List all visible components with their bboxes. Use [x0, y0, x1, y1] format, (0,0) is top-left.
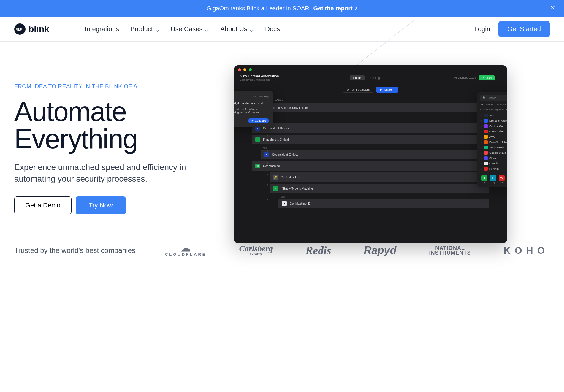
- integrations-tabs: All Utilities Subflows Custom Favorites: [480, 103, 507, 106]
- copilot-generate-button[interactable]: ⟳Generate: [248, 118, 269, 123]
- integration-row[interactable]: ☆AWS43: [480, 134, 507, 139]
- step-icon: fx: [273, 186, 278, 191]
- favorite-star-icon[interactable]: ☆: [480, 152, 482, 154]
- integ-tab-utilities[interactable]: Utilities: [486, 103, 494, 106]
- banner-link[interactable]: Get the report: [313, 5, 357, 12]
- control-block-button[interactable]: WWait: [499, 175, 505, 184]
- app-test-pills: ⚙Test parameters ▶Test Run: [234, 84, 507, 96]
- workflow-step[interactable]: ●Get Machine ID: [278, 199, 489, 208]
- chevron-down-icon: [205, 27, 209, 31]
- save-status: All changes saved: [454, 76, 476, 79]
- brand-name: blink: [28, 24, 49, 34]
- integration-logo-icon: [484, 130, 488, 133]
- integrations-footer-buttons: IIFLLoopWWaitSSwitchVVariable: [480, 175, 507, 184]
- control-block-icon: W: [499, 175, 505, 181]
- integration-row[interactable]: ☆Palo Alto Networks87: [480, 139, 507, 145]
- favorite-star-icon[interactable]: ☆: [480, 162, 482, 165]
- integration-row[interactable]: ☆GitHub26: [480, 161, 507, 166]
- integration-name: AWS: [489, 135, 495, 138]
- copilot-footer: ⊕ Learn More › ⟳Generate: [234, 118, 269, 123]
- try-now-button[interactable]: Try Now: [76, 196, 126, 214]
- integration-row[interactable]: ☆Crowdstrike45: [480, 129, 507, 134]
- get-started-button[interactable]: Get Started: [498, 21, 550, 37]
- app-title-block: New Untitled Automation Last saved 5 min…: [240, 74, 279, 81]
- step-number: 5: [267, 172, 268, 175]
- nav-about[interactable]: About Us: [220, 25, 254, 33]
- nav-usecases[interactable]: Use Cases: [171, 25, 209, 33]
- app-screenshot: New Untitled Automation Last saved 5 min…: [234, 65, 507, 243]
- test-run-button[interactable]: ▶Test Run: [376, 87, 398, 93]
- favorite-star-icon[interactable]: ☆: [480, 157, 482, 160]
- copilot-prompt: On a new alert in Sentinel, if the alert…: [234, 101, 269, 106]
- favorite-star-icon[interactable]: ☆: [480, 125, 482, 128]
- integ-tab-all[interactable]: All: [480, 103, 483, 106]
- tab-editor[interactable]: Editor: [350, 75, 365, 80]
- integration-row[interactable]: ☆Slack45: [480, 155, 507, 161]
- step-number: 3: [267, 150, 268, 153]
- workflow-step[interactable]: ●Get Incident Entities: [261, 150, 489, 159]
- nav-docs[interactable]: Docs: [265, 25, 280, 33]
- get-demo-button[interactable]: Get a Demo: [14, 196, 72, 214]
- national-instruments-logo: NATIONAL INSTRUMENTS: [429, 246, 471, 255]
- login-link[interactable]: Login: [474, 25, 490, 33]
- last-saved: Last saved 5 minutes ago: [240, 78, 279, 81]
- steps-label: STEPS: [252, 118, 489, 121]
- integration-row[interactable]: ☆Fortinet34: [480, 166, 507, 172]
- favorite-star-icon[interactable]: ☆: [480, 130, 482, 133]
- integration-row[interactable]: ☆Microsoft Azure3: [480, 118, 507, 123]
- step-icon: fx: [255, 164, 260, 168]
- control-block-button[interactable]: IIF: [481, 175, 487, 184]
- hero-title: Automate Everything: [14, 98, 186, 153]
- step-label: Get Entity Type: [281, 176, 301, 179]
- integrations-search[interactable]: 🔍 Search: [480, 95, 507, 101]
- brand-logo[interactable]: blink: [14, 23, 49, 35]
- test-parameters-button[interactable]: ⚙Test parameters: [343, 87, 373, 93]
- integration-logo-icon: [484, 156, 488, 160]
- favorite-star-icon[interactable]: ☆: [480, 114, 482, 117]
- search-icon: 🔍: [483, 96, 486, 99]
- chevron-down-icon: [250, 27, 254, 31]
- integ-group-label: Connected integrations ▾: [480, 108, 507, 111]
- close-icon: [550, 5, 556, 11]
- favorite-star-icon[interactable]: ☆: [480, 120, 482, 122]
- workflow-step[interactable]: ●Get Incident Details: [252, 123, 489, 133]
- workflow-step[interactable]: fxIf Incident is Critical: [252, 135, 489, 144]
- integration-row[interactable]: ☆SentinelOne43: [480, 123, 507, 129]
- publish-button[interactable]: Publish: [479, 75, 495, 80]
- editor-tabs: Editor Run Log: [350, 75, 384, 80]
- integration-logo-icon: [484, 140, 488, 144]
- trigger-row[interactable]: ◆ On Microsoft Sentinel New Incident: [252, 103, 489, 112]
- step-icon: ●: [264, 152, 269, 157]
- nav-integrations[interactable]: Integrations: [85, 25, 119, 33]
- integration-row[interactable]: ☆ServiceNow42: [480, 145, 507, 150]
- workflow-step[interactable]: 🔑Get Entity Type: [270, 172, 489, 182]
- more-menu-icon[interactable]: ⋮: [497, 75, 501, 80]
- tab-runlog[interactable]: Run Log: [365, 75, 384, 80]
- announcement-banner: GigaOm ranks Blink a Leader in SOAR. Get…: [0, 0, 564, 17]
- banner-close-button[interactable]: [550, 5, 556, 12]
- traffic-light-yellow: [243, 68, 246, 71]
- favorite-star-icon[interactable]: ☆: [480, 168, 482, 170]
- favorite-star-icon[interactable]: ☆: [480, 136, 482, 138]
- integ-tab-subflows[interactable]: Subflows: [497, 103, 506, 106]
- workflow-step[interactable]: fxGet Machine ID: [252, 161, 489, 171]
- redis-logo: Redis: [305, 244, 331, 257]
- control-block-button[interactable]: LLoop: [490, 175, 496, 184]
- integration-name: SentinelOne: [489, 125, 504, 128]
- workflow-canvas: TRIGGER: EVENT-BASED ◆ On Microsoft Sent…: [234, 96, 507, 213]
- control-block-icon: L: [490, 175, 496, 181]
- trigger-label: TRIGGER: EVENT-BASED: [252, 99, 489, 101]
- nav-product[interactable]: Product: [130, 25, 159, 33]
- integration-row[interactable]: ☆Google Cloud9: [480, 150, 507, 155]
- blink-logo-icon: [14, 23, 26, 35]
- favorite-star-icon[interactable]: ☆: [480, 141, 482, 144]
- favorite-star-icon[interactable]: ☆: [480, 146, 482, 149]
- automation-title: New Untitled Automation: [240, 74, 279, 78]
- app-header: New Untitled Automation Last saved 5 min…: [234, 74, 507, 84]
- workflow-step[interactable]: fxIf Entity Type is Machine: [270, 184, 489, 193]
- step-number: 4: [267, 161, 268, 164]
- integration-row[interactable]: ☆Wiz45: [480, 113, 507, 118]
- copilot-tag: S3 : New step: [252, 95, 269, 98]
- integration-name: Slack: [489, 157, 496, 160]
- carlsberg-logo: Carlsberg Group: [239, 245, 273, 256]
